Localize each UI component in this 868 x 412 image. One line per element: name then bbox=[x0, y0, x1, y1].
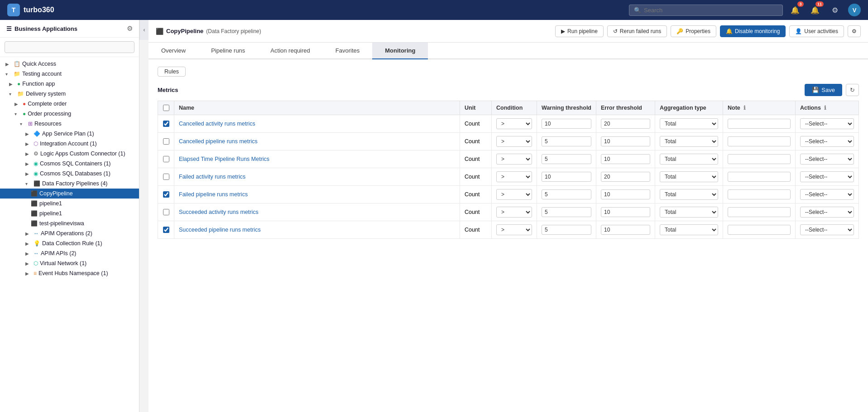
sidebar-collapse-button[interactable]: ‹ bbox=[139, 20, 149, 40]
aggregation-select-2[interactable]: Total Average Count Minimum Maximum bbox=[660, 154, 718, 165]
warning-threshold-5[interactable] bbox=[542, 207, 591, 217]
sidebar-item-app-service-plan[interactable]: ▶ 🔷 App Service Plan (1) bbox=[0, 129, 139, 139]
warning-threshold-1[interactable] bbox=[542, 136, 591, 146]
more-options-button[interactable]: ⚙ bbox=[848, 25, 861, 37]
aggregation-select-4[interactable]: Total Average Count Minimum Maximum bbox=[660, 189, 718, 200]
aggregation-select-5[interactable]: Total Average Count Minimum Maximum bbox=[660, 207, 718, 218]
action-select-1[interactable]: --Select-- Email Webhook bbox=[800, 136, 854, 147]
sidebar-item-integration-account[interactable]: ▶ ⬡ Integration Account (1) bbox=[0, 139, 139, 149]
condition-select-1[interactable]: > < >= <= = bbox=[496, 136, 532, 147]
sidebar-item-complete-order[interactable]: ▶ ● Complete order bbox=[0, 99, 139, 109]
sidebar-item-virtual-network[interactable]: ▶ ⬡ Virtual Network (1) bbox=[0, 258, 139, 268]
refresh-button[interactable]: ↻ bbox=[846, 84, 859, 96]
sidebar-item-logic-apps-connector[interactable]: ▶ ⚙ Logic Apps Custom Connector (1) bbox=[0, 149, 139, 159]
action-select-0[interactable]: --Select-- Email Webhook bbox=[800, 118, 854, 129]
error-threshold-2[interactable] bbox=[601, 154, 650, 164]
error-threshold-1[interactable] bbox=[601, 136, 650, 146]
condition-select-2[interactable]: > < >= <= = bbox=[496, 154, 532, 165]
sidebar-item-order-processing[interactable]: ▾ ● Order processing bbox=[0, 109, 139, 119]
save-button[interactable]: 💾 Save bbox=[805, 84, 842, 96]
notifications-bell-1[interactable]: 🔔 3 bbox=[788, 3, 802, 17]
aggregation-select-3[interactable]: Total Average Count Minimum Maximum bbox=[660, 171, 718, 182]
sidebar-item-data-factory-pipelines[interactable]: ▾ ⬛ Data Factory Pipelines (4) bbox=[0, 179, 139, 189]
notifications-bell-2[interactable]: 🔔 11 bbox=[808, 3, 822, 17]
note-input-4[interactable] bbox=[728, 189, 791, 199]
action-select-6[interactable]: --Select-- Email Webhook bbox=[800, 224, 854, 235]
sidebar-item-cosmos-sql-databases[interactable]: ▶ ◉ Cosmos SQL Databases (1) bbox=[0, 169, 139, 179]
warning-threshold-2[interactable] bbox=[542, 154, 591, 164]
error-threshold-6[interactable] bbox=[601, 225, 650, 235]
user-activities-button[interactable]: 👤 User activities bbox=[789, 25, 844, 37]
error-threshold-4[interactable] bbox=[601, 189, 650, 199]
sidebar-item-delivery-system[interactable]: ▾ 📁 Delivery system bbox=[0, 89, 139, 99]
error-threshold-0[interactable] bbox=[601, 119, 650, 129]
sidebar-item-apim-operations[interactable]: ▶ ↔ APIM Operations (2) bbox=[0, 228, 139, 238]
row-checkbox-4[interactable] bbox=[163, 191, 169, 198]
tab-favorites[interactable]: Favorites bbox=[323, 43, 372, 59]
sidebar-item-resources[interactable]: ▾ ⊞ Resources bbox=[0, 119, 139, 129]
row-checkbox-1[interactable] bbox=[163, 138, 169, 145]
error-threshold-5[interactable] bbox=[601, 207, 650, 217]
metric-name-link[interactable]: Cancelled activity runs metrics bbox=[179, 121, 255, 127]
sidebar-item-apim-apis[interactable]: ▶ ↔ APIM APIs (2) bbox=[0, 248, 139, 258]
disable-monitoring-button[interactable]: 🔔 Disable monitoring bbox=[720, 25, 786, 37]
app-logo[interactable]: T turbo360 bbox=[7, 4, 54, 16]
search-input[interactable] bbox=[644, 7, 778, 14]
user-avatar[interactable]: V bbox=[848, 4, 861, 16]
note-input-2[interactable] bbox=[728, 154, 791, 164]
note-input-1[interactable] bbox=[728, 136, 791, 146]
warning-threshold-0[interactable] bbox=[542, 119, 591, 129]
warning-threshold-3[interactable] bbox=[542, 172, 591, 182]
sidebar-item-function-app[interactable]: ▶ ● Function app bbox=[0, 79, 139, 89]
sidebar-item-pipeline1-a[interactable]: ⬛ pipeline1 bbox=[0, 199, 139, 208]
action-select-5[interactable]: --Select-- Email Webhook bbox=[800, 207, 854, 218]
search-box[interactable]: 🔍 bbox=[629, 5, 783, 16]
sidebar-item-copy-pipeline[interactable]: ⬛ CopyPipeline bbox=[0, 189, 139, 199]
condition-select-3[interactable]: > < >= <= = bbox=[496, 171, 532, 182]
sidebar-item-pipeline1-b[interactable]: ⬛ pipeline1 bbox=[0, 208, 139, 218]
sidebar-item-cosmos-sql-containers[interactable]: ▶ ◉ Cosmos SQL Containers (1) bbox=[0, 159, 139, 169]
tab-monitoring[interactable]: Monitoring bbox=[372, 43, 428, 59]
condition-select-6[interactable]: > < >= <= = bbox=[496, 224, 532, 235]
settings-button[interactable]: ⚙ bbox=[828, 3, 842, 17]
metric-name-link[interactable]: Elapsed Time Pipeline Runs Metrics bbox=[179, 156, 269, 162]
row-checkbox-3[interactable] bbox=[163, 174, 169, 180]
tab-action-required[interactable]: Action required bbox=[258, 43, 322, 59]
note-input-0[interactable] bbox=[728, 119, 791, 129]
sidebar-item-event-hubs[interactable]: ▶ ≡ Event Hubs Namespace (1) bbox=[0, 268, 139, 278]
aggregation-select-1[interactable]: Total Average Count Minimum Maximum bbox=[660, 136, 718, 147]
run-pipeline-button[interactable]: ▶ Run pipeline bbox=[555, 25, 604, 37]
properties-button[interactable]: 🔑 Properties bbox=[671, 25, 716, 37]
action-select-4[interactable]: --Select-- Email Webhook bbox=[800, 189, 854, 200]
action-select-2[interactable]: --Select-- Email Webhook bbox=[800, 154, 854, 165]
metric-name-link[interactable]: Failed activity runs metrics bbox=[179, 174, 245, 180]
metric-name-link[interactable]: Succeeded pipeline runs metrics bbox=[179, 227, 261, 233]
select-all-checkbox[interactable] bbox=[163, 105, 169, 111]
error-threshold-3[interactable] bbox=[601, 172, 650, 182]
condition-select-0[interactable]: > < >= <= = bbox=[496, 118, 532, 129]
aggregation-select-0[interactable]: Total Average Count Minimum Maximum bbox=[660, 118, 718, 129]
action-select-3[interactable]: --Select-- Email Webhook bbox=[800, 171, 854, 182]
note-input-3[interactable] bbox=[728, 172, 791, 182]
sidebar-item-test-pipeline[interactable]: ⬛ test-pipelineviswa bbox=[0, 218, 139, 228]
sidebar-search-input[interactable] bbox=[5, 41, 134, 53]
rerun-failed-button[interactable]: ↺ Rerun failed runs bbox=[607, 25, 667, 37]
sidebar-item-data-collection-rule[interactable]: ▶ 💡 Data Collection Rule (1) bbox=[0, 238, 139, 248]
sidebar-settings-icon[interactable]: ⚙ bbox=[127, 24, 133, 33]
warning-threshold-4[interactable] bbox=[542, 189, 591, 199]
note-input-5[interactable] bbox=[728, 207, 791, 217]
row-checkbox-6[interactable] bbox=[163, 227, 169, 233]
condition-select-5[interactable]: > < >= <= = bbox=[496, 207, 532, 218]
warning-threshold-6[interactable] bbox=[542, 225, 591, 235]
metric-name-link[interactable]: Failed pipeline runs metrics bbox=[179, 191, 248, 198]
tab-pipeline-runs[interactable]: Pipeline runs bbox=[198, 43, 258, 59]
condition-select-4[interactable]: > < >= <= = bbox=[496, 189, 532, 200]
tab-overview[interactable]: Overview bbox=[149, 43, 198, 59]
sidebar-item-testing-account[interactable]: ▾ 📁 Testing account bbox=[0, 69, 139, 79]
note-input-6[interactable] bbox=[728, 225, 791, 235]
aggregation-select-6[interactable]: Total Average Count Minimum Maximum bbox=[660, 224, 718, 235]
metric-name-link[interactable]: Succeeded activity runs metrics bbox=[179, 209, 259, 215]
metric-name-link[interactable]: Cancelled pipeline runs metrics bbox=[179, 138, 258, 145]
row-checkbox-5[interactable] bbox=[163, 209, 169, 215]
row-checkbox-0[interactable] bbox=[163, 121, 169, 127]
